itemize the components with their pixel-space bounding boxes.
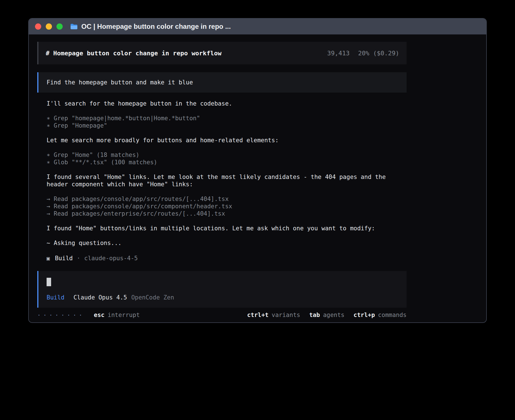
spinner-dots: ········ — [37, 312, 85, 318]
session-header: # Homepage button color change in repo w… — [37, 42, 407, 64]
provider-name: OpenCode Zen — [131, 294, 174, 301]
assistant-status-text: ~ Asking questions... — [47, 239, 405, 247]
tool-call-group: → Read packages/console/app/src/routes/[… — [47, 195, 486, 217]
tool-call-line: → Read packages/enterprise/src/routes/[.… — [47, 210, 486, 217]
session-stats: 39,413 20% ($0.29) — [327, 50, 399, 57]
context-cost: 20% ($0.29) — [358, 50, 399, 57]
agent-name: Build — [55, 255, 73, 262]
tool-call-line: → Read packages/console/app/src/routes/[… — [47, 195, 486, 203]
text-cursor — [47, 278, 51, 286]
user-message: Find the homepage button and make it blu… — [37, 72, 407, 93]
traffic-lights — [35, 23, 63, 30]
assistant-text: I found "Home" buttons/links in multiple… — [47, 225, 405, 232]
hint-agents: tab agents — [309, 312, 344, 318]
hint-key: tab — [309, 312, 320, 318]
status-bar: ········ esc interrupt ctrl+t variants t… — [37, 312, 407, 318]
user-message-text: Find the homepage button and make it blu… — [47, 79, 193, 86]
hint-key: esc — [94, 312, 104, 318]
session-title: # Homepage button color change in repo w… — [46, 50, 222, 57]
token-count: 39,413 — [327, 50, 350, 57]
hint-label: commands — [378, 312, 407, 318]
hint-key: ctrl+p — [353, 312, 375, 318]
model-line: Build Claude Opus 4.5 OpenCode Zen — [47, 294, 398, 301]
terminal-content: # Homepage button color change in repo w… — [29, 34, 486, 318]
titlebar[interactable]: OC | Homepage button color change in rep… — [29, 19, 486, 34]
window-title: OC | Homepage button color change in rep… — [81, 23, 231, 30]
hint-commands: ctrl+p commands — [353, 312, 407, 318]
tool-call-line: ∗ Grep "homepage|home.*button|Home.*butt… — [47, 115, 486, 122]
assistant-text: I'll search for the homepage button in t… — [47, 100, 405, 107]
model-name[interactable]: Claude Opus 4.5 — [73, 294, 127, 301]
status-bar-right: ctrl+t variants tab agents ctrl+p comman… — [247, 312, 407, 318]
hint-interrupt: esc interrupt — [94, 312, 140, 318]
tool-call-line: ∗ Grep "Homepage" — [47, 122, 486, 129]
tool-call-line: ∗ Grep "Home" (18 matches) — [47, 151, 486, 159]
folder-icon — [70, 23, 78, 30]
tool-call-group: ∗ Grep "homepage|home.*button|Home.*butt… — [47, 115, 486, 129]
tool-call-line: ∗ Glob "**/*.tsx" (100 matches) — [47, 159, 486, 166]
minimize-button[interactable] — [46, 23, 52, 30]
agent-icon: ▣ — [47, 255, 50, 261]
hint-label: variants — [272, 312, 300, 318]
status-bar-left: ········ esc interrupt — [37, 312, 140, 318]
hint-key: ctrl+t — [247, 312, 269, 318]
assistant-text: I found several "Home" links. Let me loo… — [47, 173, 405, 188]
agent-badge[interactable]: Build — [47, 294, 64, 301]
agent-status-line: ▣ Build · claude-opus-4-5 — [47, 254, 486, 262]
hint-label: interrupt — [108, 312, 140, 318]
hint-variants: ctrl+t variants — [247, 312, 300, 318]
hint-label: agents — [323, 312, 344, 318]
close-button[interactable] — [35, 23, 41, 30]
tool-call-group: ∗ Grep "Home" (18 matches) ∗ Glob "**/*.… — [47, 151, 486, 166]
prompt-input[interactable]: Build Claude Opus 4.5 OpenCode Zen — [37, 271, 407, 308]
terminal-window: OC | Homepage button color change in rep… — [28, 18, 487, 323]
model-id: claude-opus-4-5 — [84, 255, 138, 262]
separator-dot: · — [77, 255, 80, 262]
zoom-button[interactable] — [56, 23, 63, 30]
tool-call-line: → Read packages/console/app/src/componen… — [47, 203, 486, 210]
assistant-text: Let me search more broadly for buttons a… — [47, 137, 405, 144]
